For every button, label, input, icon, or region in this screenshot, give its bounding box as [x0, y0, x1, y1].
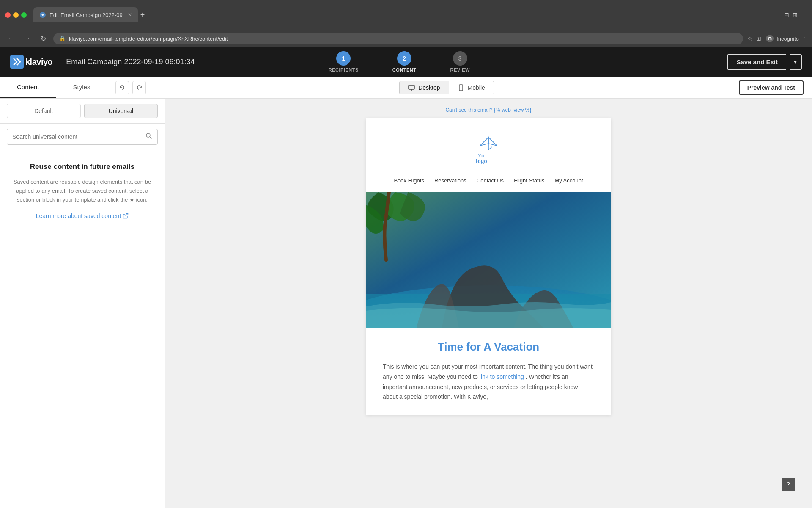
- close-traffic-light[interactable]: [5, 12, 11, 18]
- browser-chrome: Edit Email Campaign 2022-09 ✕ + ⊟ ⊞ ⋮: [0, 0, 812, 30]
- reuse-description: Saved content are reusable design elemen…: [10, 178, 154, 204]
- nav-my-account[interactable]: My Account: [554, 177, 583, 184]
- step-content: 2 CONTENT: [392, 51, 417, 72]
- address-bar[interactable]: 🔒 klaviyo.com/email-template-editor/camp…: [53, 33, 743, 44]
- email-hero-image: [366, 192, 611, 328]
- undo-redo-group: [115, 81, 146, 94]
- left-sidebar: Default Universal Reuse content in futur…: [0, 99, 165, 508]
- minimize-traffic-light[interactable]: [13, 12, 19, 18]
- app-header: klaviyo Email Campaign 2022-09-19 06:01:…: [0, 47, 812, 77]
- undo-button[interactable]: [115, 81, 129, 94]
- sidebar-tabs: Default Universal: [0, 99, 165, 124]
- webview-prefix: Can't see this email?: [445, 107, 492, 113]
- desktop-view-button[interactable]: Desktop: [400, 81, 448, 94]
- sidebar-content: Reuse content in future emails Saved con…: [0, 150, 165, 508]
- learn-more-text: Learn more about saved content: [36, 213, 121, 219]
- sidebar-toggle-icon[interactable]: ⊞: [793, 11, 798, 18]
- address-actions: ☆ ⊞: [747, 35, 761, 42]
- preview-toggle: Desktop Mobile: [399, 81, 494, 94]
- sub-toolbar: Content Styles: [0, 77, 812, 99]
- refresh-button[interactable]: ↻: [37, 33, 49, 44]
- url-text: klaviyo.com/email-template-editor/campai…: [69, 36, 228, 42]
- webview-link[interactable]: {% web_view %}: [494, 107, 532, 113]
- preview-test-button[interactable]: Preview and Test: [739, 80, 804, 95]
- save-exit-group: Save and Exit ▾: [727, 54, 802, 70]
- step-1-circle: 1: [336, 51, 351, 66]
- step-3-label: REVIEW: [450, 67, 469, 72]
- traffic-lights: [5, 12, 27, 18]
- address-bar-row: ← → ↻ 🔒 klaviyo.com/email-template-edito…: [0, 30, 812, 47]
- nav-contact-us[interactable]: Contact Us: [477, 177, 504, 184]
- help-button[interactable]: ?: [782, 478, 795, 491]
- step-review: 3 REVIEW: [450, 51, 469, 72]
- email-body-text: This is where you can put your most impo…: [383, 362, 594, 402]
- step-connector-1-2: [359, 58, 392, 58]
- step-2-circle: 2: [397, 51, 411, 66]
- hero-svg: [366, 192, 611, 328]
- incognito-badge: Incognito ⋮: [765, 34, 807, 43]
- svg-text:logo: logo: [476, 157, 487, 164]
- klaviyo-logo: klaviyo: [10, 55, 52, 69]
- step-2-label: CONTENT: [392, 67, 417, 72]
- mobile-icon: [458, 84, 464, 91]
- mobile-label: Mobile: [468, 84, 485, 91]
- nav-flight-status[interactable]: Flight Status: [514, 177, 544, 184]
- mobile-view-button[interactable]: Mobile: [449, 81, 494, 94]
- undo-icon: [119, 84, 126, 91]
- email-nav: Book Flights Reservations Contact Us Fli…: [366, 173, 611, 192]
- desktop-icon: [408, 84, 415, 91]
- email-body: Time for A Vacation This is where you ca…: [366, 328, 611, 415]
- window-minimize-icon[interactable]: ⊟: [784, 11, 789, 18]
- step-1-label: RECIPIENTS: [329, 67, 359, 72]
- toolbar-actions: [107, 81, 154, 94]
- sidebar-tab-universal[interactable]: Universal: [84, 104, 158, 118]
- email-logo-svg: Your logo: [463, 131, 514, 165]
- external-link-icon: [123, 213, 129, 219]
- redo-icon: [136, 84, 143, 91]
- forward-button[interactable]: →: [21, 33, 33, 44]
- main-layout: Default Universal Reuse content in futur…: [0, 99, 812, 508]
- back-button[interactable]: ←: [5, 33, 17, 44]
- tab-content[interactable]: Content: [0, 77, 56, 98]
- svg-point-2: [768, 38, 769, 40]
- tab-close-button[interactable]: ✕: [128, 12, 132, 18]
- nav-reservations[interactable]: Reservations: [434, 177, 466, 184]
- svg-point-3: [770, 38, 772, 40]
- email-logo-area: Your logo: [366, 118, 611, 173]
- extensions-icon[interactable]: ⊞: [756, 35, 761, 42]
- email-container: Your logo Book Flights Reservations Cont…: [366, 118, 611, 415]
- preview-toggle-area: Desktop Mobile: [154, 81, 738, 94]
- learn-more-link[interactable]: Learn more about saved content: [36, 213, 129, 219]
- stepper: 1 RECIPIENTS 2 CONTENT 3 REVIEW: [329, 51, 470, 72]
- search-input[interactable]: [12, 133, 142, 140]
- save-exit-dropdown-button[interactable]: ▾: [790, 54, 802, 70]
- klaviyo-logo-icon: [10, 55, 24, 69]
- svg-point-1: [766, 35, 774, 42]
- search-bar-area: [0, 124, 165, 150]
- email-preview-area[interactable]: Can't see this email? {% web_view %} You…: [165, 99, 812, 508]
- step-recipients: 1 RECIPIENTS: [329, 51, 359, 72]
- svg-point-7: [461, 89, 461, 90]
- search-wrapper: [7, 129, 158, 145]
- campaign-title: Email Campaign 2022-09-19 06:01:34: [66, 58, 195, 66]
- nav-book-flights[interactable]: Book Flights: [394, 177, 424, 184]
- incognito-label: Incognito: [776, 36, 799, 42]
- desktop-label: Desktop: [418, 84, 440, 91]
- tab-title: Edit Email Campaign 2022-09: [49, 12, 123, 18]
- window-controls: ⊟ ⊞ ⋮: [784, 11, 807, 18]
- save-exit-button[interactable]: Save and Exit: [727, 54, 786, 70]
- tab-styles[interactable]: Styles: [56, 77, 107, 98]
- active-tab[interactable]: Edit Email Campaign 2022-09 ✕: [33, 7, 138, 22]
- bookmark-icon[interactable]: ☆: [747, 35, 753, 42]
- maximize-traffic-light[interactable]: [21, 12, 27, 18]
- content-tabs: Content Styles: [0, 77, 107, 98]
- search-icon[interactable]: [145, 133, 152, 141]
- redo-button[interactable]: [132, 81, 146, 94]
- svg-rect-5: [409, 85, 414, 89]
- sidebar-tab-default[interactable]: Default: [7, 104, 81, 118]
- email-body-link[interactable]: link to something: [480, 373, 524, 380]
- browser-menu-icon[interactable]: ⋮: [801, 36, 807, 42]
- tab-bar: Edit Email Campaign 2022-09 ✕ +: [33, 7, 781, 22]
- new-tab-button[interactable]: +: [140, 11, 145, 19]
- more-options-icon[interactable]: ⋮: [801, 11, 807, 18]
